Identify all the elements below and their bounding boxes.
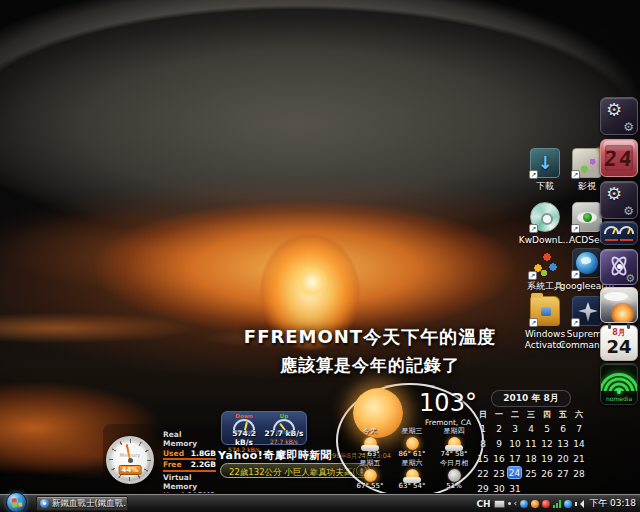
start-button[interactable] (6, 492, 27, 512)
gadget-calendar[interactable]: 8月 24 (600, 325, 638, 361)
weekday: 日 (475, 409, 491, 420)
weather-widget[interactable]: 103° Fremont, CA 今天 -- 63° 星期三 86° 61° 星… (336, 383, 484, 498)
forecast-cell-wed: 星期三 86° 61° (391, 428, 433, 458)
gadget-lcd-clock[interactable]: 24 (600, 139, 638, 177)
network-signal-icon[interactable] (553, 500, 561, 508)
calendar-day: 6 (555, 421, 571, 436)
calendar-day: 27 (555, 466, 571, 481)
calendar-day: 3 (507, 421, 523, 436)
calendar-day: 15 (475, 451, 491, 466)
network-gadget[interactable]: Down 0 1000KB 574.2 kB/s 574.2 kB/s Up 0… (221, 411, 307, 445)
wifi-network-name: nomedia (601, 395, 637, 402)
mini-gauge-up-icon (619, 226, 634, 234)
gadget-calendar-day: 24 (601, 338, 637, 356)
moon-icon (448, 469, 461, 482)
real-free-row: Free 2.2GB (163, 460, 216, 471)
gadget-gears-bottom[interactable] (600, 181, 638, 219)
download-gauge-icon: 0 1000KB (233, 419, 255, 430)
gadget-weather[interactable] (600, 287, 638, 323)
volume-icon[interactable] (575, 500, 584, 508)
tray-collapse-arrow-icon[interactable]: ‹ (514, 499, 518, 508)
sun-cloud-icon (364, 437, 377, 450)
media-pictures-icon: ↗ (572, 148, 602, 178)
downloader-tray-icon[interactable] (531, 500, 539, 508)
sun-icon (406, 437, 419, 450)
calendar-day: 7 (571, 421, 587, 436)
calendar-day: 28 (571, 466, 587, 481)
calendar-day: 2 (491, 421, 507, 436)
weekday: 六 (571, 409, 587, 420)
calendar-day: 18 (523, 451, 539, 466)
gadget-wifi[interactable]: nomedia (600, 363, 638, 405)
shortcut-arrow-icon: ↗ (571, 170, 580, 179)
language-indicator[interactable]: CH (476, 499, 490, 509)
shortcut-arrow-icon: ↗ (571, 318, 580, 327)
forecast-cell-fri: 星期五 67° 55° (349, 460, 391, 490)
mini-gauge-down-icon (604, 226, 619, 234)
calendar-day: 1 (475, 421, 491, 436)
app-button-label: 新鐵血戰士(鐵血戰... (52, 498, 126, 510)
messenger-tray-icon[interactable] (520, 500, 528, 508)
forecast-cell-today: 今天 -- 63° (349, 428, 391, 458)
windows-logo-icon (11, 497, 22, 507)
keyboard-icon[interactable] (494, 500, 505, 508)
calendar-day-selected: 24 (507, 466, 522, 479)
calendar-day: 22 (475, 466, 491, 481)
memory-gadget[interactable]: Memory 44% Real Memory Used 1.8GB Free 2… (103, 424, 219, 498)
wifi-icon (601, 367, 637, 391)
game-emblem-icon: ↗ (572, 296, 602, 326)
forecast-cell-moon: 今日月相 51% (433, 460, 475, 490)
calendar-day: 17 (507, 451, 523, 466)
taskbar: 新鐵血戰士(鐵血戰... CH ‹ 下午 03:18 (0, 493, 640, 512)
virtual-memory-title: Virtual Memory (163, 473, 216, 492)
gadget-gears-top[interactable] (600, 97, 638, 135)
shortcut-arrow-icon: ↗ (529, 170, 538, 179)
taskbar-app-button[interactable]: 新鐵血戰士(鐵血戰... (36, 496, 128, 511)
yellow-folder-icon: ↗ (530, 296, 560, 326)
memory-percent-badge: 44% (119, 465, 142, 475)
update-tray-icon[interactable] (564, 500, 572, 508)
upload-meter: Up 0 100KB 27.7 kB/s 27.7 kB/s (264, 413, 304, 445)
calendar-day: 20 (555, 451, 571, 466)
calendar-day: 19 (539, 451, 555, 466)
calendar-day: 8 (475, 436, 491, 451)
caption-line-2: 應該算是今年的記錄了 (140, 354, 600, 377)
calendar-day: 26 (539, 466, 555, 481)
taskbar-clock[interactable]: 下午 03:18 (589, 497, 636, 510)
weekday: 四 (539, 409, 555, 420)
calendar-title: 2010 年 8月 (491, 390, 571, 407)
sun-cloud-icon (448, 437, 461, 450)
upload-subvalue: 27.7 kB/s (264, 439, 304, 445)
system-tray: CH ‹ 下午 03:18 (476, 494, 636, 512)
weekday: 一 (491, 409, 507, 420)
calendar-day: 23 (491, 466, 507, 481)
calendar-day: 10 (507, 436, 523, 451)
mini-gauge-readout (620, 239, 633, 241)
calendar-day: 14 (571, 436, 587, 451)
sun-icon (364, 469, 377, 482)
toolbox-icon: ↗ (530, 248, 560, 278)
calendar-day: 25 (523, 466, 539, 481)
calendar-days: 1 2 3 4 5 6 7 8 9 10 11 12 13 14 15 16 1… (470, 421, 592, 496)
download-folder-icon: ↗ (530, 148, 560, 178)
weekday: 三 (523, 409, 539, 420)
calendar-day: 11 (523, 436, 539, 451)
sun-cloud-icon (406, 469, 419, 482)
calendar-day: 21 (571, 451, 587, 466)
calendar-day: 5 (539, 421, 555, 436)
gauge-hub-icon (128, 458, 133, 463)
wifi-dot-icon (617, 390, 621, 394)
gadget-mini-gauges[interactable] (600, 221, 638, 245)
shortcut-arrow-icon: ↗ (571, 270, 580, 279)
calendar-day: 12 (539, 436, 555, 451)
news-headline-link[interactable]: 22歲132公分 小巨人靠真功夫高(自由) (229, 467, 357, 479)
acdsee-eye-icon: ↗ (572, 202, 602, 232)
forecast-grid: 今天 -- 63° 星期三 86° 61° 星期四 74° 58° 星期五 67… (349, 428, 475, 490)
calendar-day: 13 (555, 436, 571, 451)
calendar-widget[interactable]: 2010 年 8月 日 一 二 三 四 五 六 1 2 3 4 5 6 7 8 … (470, 390, 592, 496)
security-tray-icon[interactable] (542, 500, 550, 508)
mini-gauge-readout (605, 239, 618, 241)
shortcut-arrow-icon: ↗ (528, 271, 537, 280)
gadget-atom-tools[interactable] (600, 249, 638, 285)
desktop: FFREMONT今天下午的溫度 應該算是今年的記錄了 ↗ 下載 ↗ 影視 ↗ K… (0, 0, 640, 512)
